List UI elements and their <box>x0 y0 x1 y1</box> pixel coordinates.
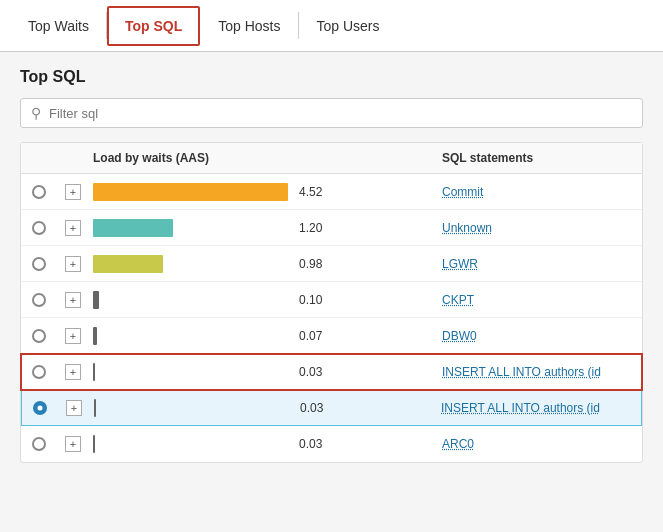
radio-button[interactable] <box>32 437 46 451</box>
section-title: Top SQL <box>20 68 643 86</box>
filter-input[interactable] <box>49 106 632 121</box>
sql-link[interactable]: LGWR <box>442 257 632 271</box>
expand-col: + <box>57 328 89 344</box>
radio-col <box>21 185 57 199</box>
expand-button[interactable]: + <box>65 436 81 452</box>
bar-value: 1.20 <box>299 221 329 235</box>
bar-value: 0.07 <box>299 329 329 343</box>
bar-value: 0.03 <box>299 365 329 379</box>
radio-button[interactable] <box>32 293 46 307</box>
radio-button[interactable] <box>32 185 46 199</box>
bar-value: 0.10 <box>299 293 329 307</box>
expand-col: + <box>57 256 89 272</box>
table-row: +0.98LGWR <box>21 246 642 282</box>
load-bar <box>93 327 97 345</box>
expand-button[interactable]: + <box>65 220 81 236</box>
load-bar <box>93 219 173 237</box>
table-row: +0.10CKPT <box>21 282 642 318</box>
table-row: +0.07DBW0 <box>21 318 642 354</box>
sql-link[interactable]: Unknown <box>442 221 632 235</box>
load-bar <box>93 435 95 453</box>
expand-button[interactable]: + <box>65 292 81 308</box>
sql-col: CKPT <box>442 293 642 307</box>
table-row: +4.52Commit <box>21 174 642 210</box>
load-bar <box>93 255 163 273</box>
tab-top-hosts[interactable]: Top Hosts <box>200 4 298 48</box>
sql-link[interactable]: DBW0 <box>442 329 632 343</box>
bar-col: 4.52 <box>89 183 442 201</box>
radio-button[interactable] <box>32 329 46 343</box>
sql-link[interactable]: CKPT <box>442 293 632 307</box>
expand-button[interactable]: + <box>65 328 81 344</box>
table-row: +1.20Unknown <box>21 210 642 246</box>
sql-link[interactable]: INSERT ALL INTO authors (id <box>442 365 632 379</box>
bar-value: 0.03 <box>300 401 330 415</box>
bar-col: 0.03 <box>89 363 442 381</box>
bar-value: 0.98 <box>299 257 329 271</box>
table-body: +4.52Commit+1.20Unknown+0.98LGWR+0.10CKP… <box>21 174 642 462</box>
sql-col: INSERT ALL INTO authors (id <box>442 365 642 379</box>
radio-col <box>21 293 57 307</box>
bar-col: 1.20 <box>89 219 442 237</box>
bar-value: 4.52 <box>299 185 329 199</box>
header-load-col: Load by waits (AAS) <box>89 151 442 165</box>
filter-container: ⚲ <box>20 98 643 128</box>
tab-top-users[interactable]: Top Users <box>299 4 398 48</box>
bar-value: 0.03 <box>299 437 329 451</box>
expand-col: + <box>57 292 89 308</box>
sql-link[interactable]: INSERT ALL INTO authors (id <box>441 401 631 415</box>
bar-col: 0.07 <box>89 327 442 345</box>
sql-table: Load by waits (AAS) SQL statements +4.52… <box>20 142 643 463</box>
sql-col: Commit <box>442 185 642 199</box>
sql-col: ARC0 <box>442 437 642 451</box>
radio-col <box>21 221 57 235</box>
expand-col: + <box>57 436 89 452</box>
expand-col: + <box>57 364 89 380</box>
radio-col <box>22 401 58 415</box>
tab-top-waits[interactable]: Top Waits <box>10 4 107 48</box>
bar-col: 0.10 <box>89 291 442 309</box>
bar-col: 0.03 <box>89 435 442 453</box>
radio-button[interactable] <box>32 365 46 379</box>
sql-link[interactable]: Commit <box>442 185 632 199</box>
load-bar <box>93 363 95 381</box>
content-area: Top SQL ⚲ Load by waits (AAS) SQL statem… <box>0 52 663 479</box>
sql-col: INSERT ALL INTO authors (id <box>441 401 641 415</box>
table-header-row: Load by waits (AAS) SQL statements <box>21 143 642 174</box>
expand-col: + <box>58 400 90 416</box>
bar-col: 0.98 <box>89 255 442 273</box>
tab-bar: Top Waits Top SQL Top Hosts Top Users <box>0 0 663 52</box>
expand-button[interactable]: + <box>66 400 82 416</box>
expand-button[interactable]: + <box>65 364 81 380</box>
load-bar <box>93 183 288 201</box>
radio-col <box>21 329 57 343</box>
sql-col: LGWR <box>442 257 642 271</box>
search-icon: ⚲ <box>31 105 41 121</box>
expand-button[interactable]: + <box>65 256 81 272</box>
expand-col: + <box>57 220 89 236</box>
table-row: +0.03INSERT ALL INTO authors (id <box>21 354 642 390</box>
radio-col <box>21 437 57 451</box>
sql-link[interactable]: ARC0 <box>442 437 632 451</box>
sql-col: DBW0 <box>442 329 642 343</box>
radio-button[interactable] <box>32 221 46 235</box>
expand-col: + <box>57 184 89 200</box>
radio-button[interactable] <box>33 401 47 415</box>
header-sql-col: SQL statements <box>442 151 642 165</box>
table-row: +0.03INSERT ALL INTO authors (id <box>21 390 642 426</box>
radio-col <box>21 257 57 271</box>
sql-col: Unknown <box>442 221 642 235</box>
tab-top-sql[interactable]: Top SQL <box>107 6 200 46</box>
radio-button[interactable] <box>32 257 46 271</box>
table-row: +0.03ARC0 <box>21 426 642 462</box>
bar-col: 0.03 <box>90 399 441 417</box>
radio-col <box>21 365 57 379</box>
load-bar <box>93 291 99 309</box>
load-bar <box>94 399 96 417</box>
expand-button[interactable]: + <box>65 184 81 200</box>
